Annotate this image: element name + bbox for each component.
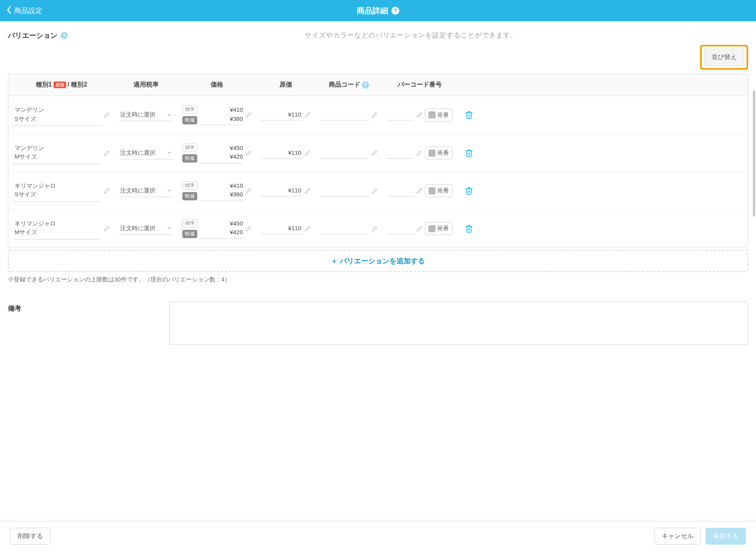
sort-button[interactable]: 並び替え (704, 49, 744, 66)
pencil-icon[interactable] (371, 188, 378, 194)
tax-value: 注文時に選択 (120, 187, 156, 194)
tax-select[interactable]: 注文時に選択 (119, 147, 173, 159)
barcode-swatch-icon (428, 225, 435, 232)
pencil-icon[interactable] (245, 112, 252, 118)
cost-field[interactable]: ¥110 (261, 223, 302, 234)
barcode-swatch-icon (428, 187, 435, 194)
price-field[interactable]: ¥450 ¥420 (200, 143, 243, 163)
price-reduced: ¥380 (200, 115, 243, 124)
header-type1: 種別1 (36, 81, 52, 89)
issue-label: 発番 (437, 187, 449, 194)
page-title-text: 商品詳細 (357, 6, 388, 16)
pencil-icon[interactable] (371, 226, 378, 232)
product-code-field[interactable] (320, 109, 369, 120)
header-type: 種別1 必須 / 種別2 (8, 81, 115, 89)
type-field[interactable]: マンデリンMサイズ (13, 142, 101, 164)
header-code-text: 商品コード (329, 81, 360, 89)
chevron-down-icon (167, 150, 172, 155)
pencil-icon[interactable] (371, 150, 378, 156)
pencil-icon[interactable] (104, 226, 110, 232)
price-tag-reduced: 軽減 (182, 192, 197, 200)
cost-field[interactable]: ¥110 (261, 185, 302, 196)
tax-select[interactable]: 注文時に選択 (119, 109, 173, 121)
table-row: マンデリンMサイズ 注文時に選択 標準 軽減 ¥450 ¥420 ¥110 (8, 134, 748, 172)
price-tag-standard: 標準 (182, 219, 197, 227)
pencil-icon[interactable] (104, 188, 110, 194)
product-code-field[interactable] (320, 185, 369, 196)
barcode-swatch-icon (428, 111, 435, 118)
price-reduced: ¥380 (200, 190, 243, 199)
header-code: 商品コード ? (315, 81, 382, 89)
required-badge: 必須 (54, 81, 66, 88)
cost-field[interactable]: ¥110 (261, 148, 302, 159)
pencil-icon[interactable] (304, 150, 311, 156)
issue-label: 発番 (437, 225, 449, 232)
issue-barcode-button[interactable]: 発番 (425, 222, 452, 235)
tax-value: 注文時に選択 (120, 111, 156, 118)
pencil-icon[interactable] (304, 188, 311, 194)
tax-select[interactable]: 注文時に選択 (119, 185, 173, 197)
type-field[interactable]: キリマンジャロSサイズ (13, 180, 101, 202)
product-code-field[interactable] (320, 223, 369, 234)
barcode-field[interactable] (387, 109, 414, 120)
trash-icon[interactable] (465, 111, 473, 119)
help-icon[interactable]: ? (362, 81, 369, 89)
remarks-label: 備考 (8, 301, 158, 313)
table-row: マンデリンSサイズ 注文時に選択 標準 軽減 ¥410 ¥380 ¥110 (8, 96, 748, 134)
issue-label: 発番 (437, 149, 449, 157)
pencil-icon[interactable] (416, 188, 422, 194)
pencil-icon[interactable] (416, 226, 422, 232)
trash-icon[interactable] (465, 224, 473, 233)
cost-field[interactable]: ¥110 (261, 109, 302, 120)
barcode-field[interactable] (387, 223, 414, 234)
table-row: キリマンジャロMサイズ 注文時に選択 標準 軽減 ¥450 ¥420 ¥110 (8, 209, 748, 247)
tax-value: 注文時に選択 (120, 149, 156, 157)
page-title: 商品詳細 ? (357, 6, 399, 16)
limit-note: ※登録できるバリエーションの上限数は30件です。（現在のバリエーション数：4） (8, 276, 748, 283)
type-field[interactable]: キリマンジャロMサイズ (13, 218, 101, 240)
top-bar: 商品設定 商品詳細 ? (0, 0, 756, 21)
sort-button-highlight: 並び替え (700, 45, 748, 70)
price-field[interactable]: ¥410 ¥380 (200, 181, 243, 201)
remarks-textarea[interactable] (169, 301, 748, 345)
product-code-field[interactable] (320, 148, 369, 159)
section-description: サイズやカラーなどのバリエーションを設定することができます。 (74, 31, 748, 40)
table-header: 種別1 必須 / 種別2 適用税率 価格 原価 商品コード ? バーコード番号 (8, 74, 748, 96)
pencil-icon[interactable] (245, 150, 252, 156)
pencil-icon[interactable] (104, 150, 110, 156)
barcode-field[interactable] (387, 148, 414, 159)
price-tag-standard: 標準 (182, 181, 197, 190)
barcode-field[interactable] (387, 185, 414, 196)
pencil-icon[interactable] (416, 150, 422, 156)
trash-icon[interactable] (465, 187, 473, 195)
back-label: 商品設定 (14, 6, 43, 15)
pencil-icon[interactable] (416, 112, 422, 118)
type-field[interactable]: マンデリンSサイズ (13, 104, 101, 126)
scrollbar[interactable] (753, 91, 755, 216)
barcode-swatch-icon (428, 150, 435, 157)
pencil-icon[interactable] (304, 226, 311, 232)
help-icon[interactable]: ? (391, 7, 399, 15)
pencil-icon[interactable] (245, 188, 252, 194)
price-field[interactable]: ¥450 ¥420 (200, 218, 243, 239)
back-button[interactable]: 商品設定 (0, 6, 49, 16)
issue-barcode-button[interactable]: 発番 (425, 184, 452, 197)
chevron-down-icon (167, 226, 172, 231)
pencil-icon[interactable] (104, 112, 110, 118)
price-reduced: ¥420 (200, 152, 243, 161)
help-icon[interactable]: ? (61, 32, 68, 39)
price-tag-reduced: 軽減 (182, 230, 197, 238)
header-cost: 原価 (256, 81, 315, 89)
add-variation-button[interactable]: ＋ バリエーションを追加する (8, 250, 748, 272)
tax-select[interactable]: 注文時に選択 (119, 222, 173, 235)
section-title-text: バリエーション (8, 31, 57, 40)
issue-barcode-button[interactable]: 発番 (425, 146, 452, 159)
issue-barcode-button[interactable]: 発番 (425, 109, 452, 122)
pencil-icon[interactable] (371, 112, 378, 118)
pencil-icon[interactable] (245, 226, 252, 232)
section-title: バリエーション ? (8, 31, 68, 40)
header-type2: / 種別2 (68, 81, 87, 89)
trash-icon[interactable] (465, 149, 473, 157)
price-field[interactable]: ¥410 ¥380 (200, 105, 243, 125)
pencil-icon[interactable] (304, 112, 311, 118)
